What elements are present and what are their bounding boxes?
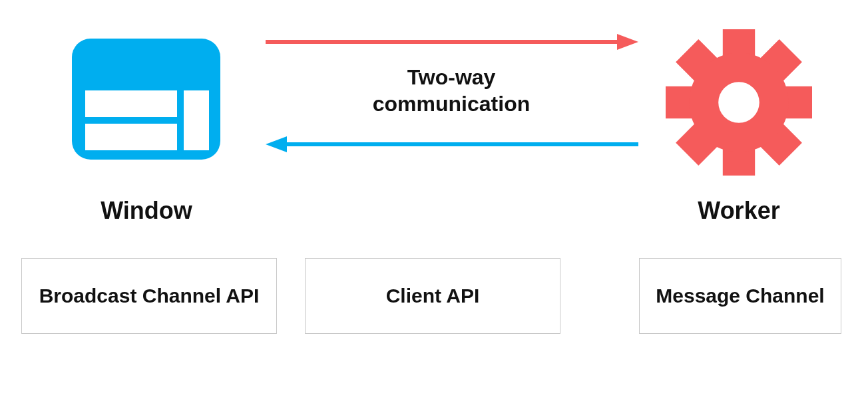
window-icon: [72, 39, 220, 160]
arrow-window-to-worker-icon: [266, 32, 638, 52]
svg-marker-11: [617, 34, 638, 50]
api-box-client-api: Client API: [305, 258, 560, 334]
center-caption: Two-way communication: [341, 64, 562, 117]
window-label: Window: [59, 197, 234, 225]
gear-icon: [666, 29, 812, 176]
diagram-canvas: Two-way communication Window Worker Broa…: [0, 0, 868, 395]
arrow-worker-to-window-icon: [266, 134, 638, 154]
api-box-message-channel: Message Channel: [639, 258, 841, 334]
api-box-broadcast-channel: Broadcast Channel API: [21, 258, 277, 334]
svg-marker-13: [266, 136, 287, 152]
window-icon-pane: [85, 90, 177, 117]
svg-point-9: [718, 82, 760, 123]
window-icon-pane: [184, 90, 209, 150]
window-icon-pane: [85, 124, 177, 150]
worker-label: Worker: [659, 197, 819, 225]
